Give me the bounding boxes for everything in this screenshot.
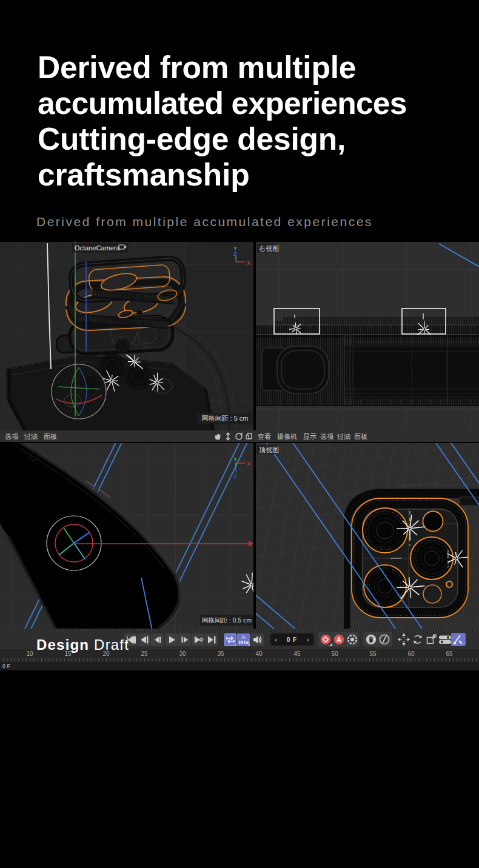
svg-text:网格间距 : 0.5 cm: 网格间距 : 0.5 cm xyxy=(202,616,252,624)
svg-text:OctaneCamera: OctaneCamera xyxy=(75,244,120,252)
svg-text:Y: Y xyxy=(233,456,237,462)
svg-text:网格间距 : 5 cm: 网格间距 : 5 cm xyxy=(201,415,248,422)
svg-text:顶视图: 顶视图 xyxy=(259,446,279,453)
svg-text:X: X xyxy=(247,461,250,467)
svg-text:A: A xyxy=(241,634,245,640)
svg-text:右视图: 右视图 xyxy=(259,245,279,252)
svg-text:A: A xyxy=(337,636,341,643)
svg-text:Z: Z xyxy=(233,251,237,257)
svg-text:Z: Z xyxy=(233,473,237,479)
svg-text:X: X xyxy=(247,260,250,266)
